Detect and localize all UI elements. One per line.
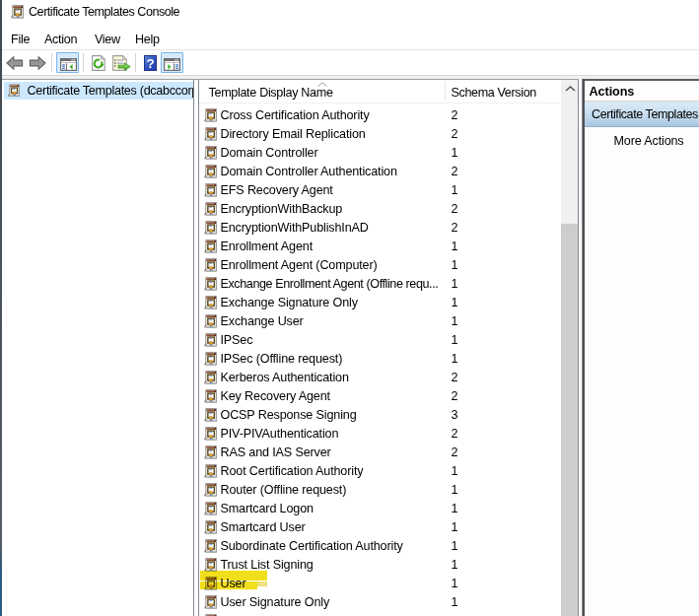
svg-text:?: ? [146, 56, 154, 71]
